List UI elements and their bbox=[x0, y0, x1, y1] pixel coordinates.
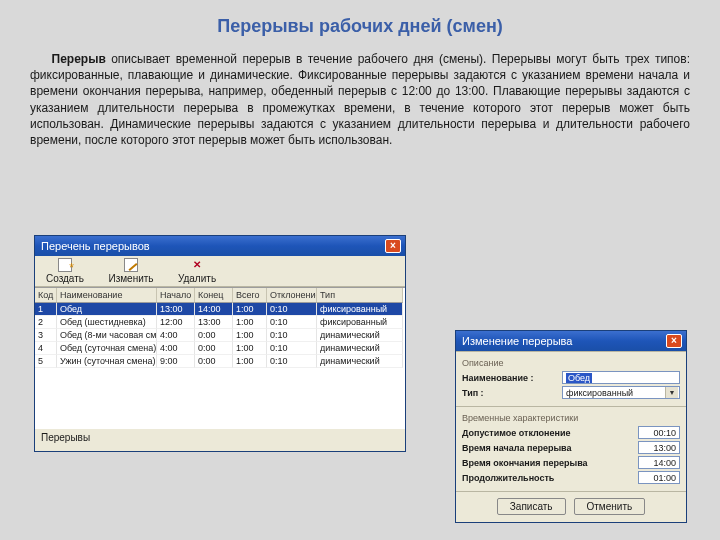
cell: 12:00 bbox=[157, 316, 195, 329]
status-bar: Перерывы bbox=[35, 428, 405, 447]
cell: Обед (суточная смена) bbox=[57, 342, 157, 355]
cell: 0:00 bbox=[195, 342, 233, 355]
group-title: Описание bbox=[462, 358, 680, 368]
cell: 0:00 bbox=[195, 355, 233, 368]
close-icon[interactable]: × bbox=[385, 239, 401, 253]
cell: 0:10 bbox=[267, 329, 317, 342]
page-title: Перерывы рабочих дней (смен) bbox=[30, 16, 690, 37]
end-field[interactable]: 14:00 bbox=[638, 456, 680, 469]
window-title: Перечень перерывов bbox=[41, 236, 150, 256]
cell: 2 bbox=[35, 316, 57, 329]
column-header[interactable]: Конец bbox=[195, 288, 233, 303]
cell: Обед (шестидневка) bbox=[57, 316, 157, 329]
create-button[interactable]: Создать bbox=[41, 258, 89, 284]
delete-label: Удалить bbox=[178, 273, 216, 284]
duration-label: Продолжительность bbox=[462, 473, 554, 483]
table-row[interactable]: 5Ужин (суточная смена)9:000:001:000:10ди… bbox=[35, 355, 405, 368]
name-label: Наименование : bbox=[462, 373, 534, 383]
create-label: Создать bbox=[46, 273, 84, 284]
cell: Обед bbox=[57, 303, 157, 316]
cell: 9:00 bbox=[157, 355, 195, 368]
cell: 0:10 bbox=[267, 303, 317, 316]
para-body: описывает временной перерыв в течение ра… bbox=[30, 52, 690, 147]
breaks-grid[interactable]: КодНаименованиеНачалоКонецВсегоОтклонени… bbox=[35, 287, 405, 428]
cell: 5 bbox=[35, 355, 57, 368]
cell: 1:00 bbox=[233, 342, 267, 355]
description-paragraph: Перерыв описывает временной перерыв в те… bbox=[30, 51, 690, 148]
cancel-button[interactable]: Отменить bbox=[574, 498, 646, 515]
cell: 0:10 bbox=[267, 316, 317, 329]
type-combo[interactable]: фиксированный ▼ bbox=[562, 386, 680, 399]
cell: Ужин (суточная смена) bbox=[57, 355, 157, 368]
column-header[interactable]: Наименование bbox=[57, 288, 157, 303]
cell: 4:00 bbox=[157, 329, 195, 342]
cell: 4 bbox=[35, 342, 57, 355]
column-header[interactable]: Отклонение bbox=[267, 288, 317, 303]
start-label: Время начала перерыва bbox=[462, 443, 572, 453]
close-icon[interactable]: × bbox=[666, 334, 682, 348]
cell: динамический bbox=[317, 355, 403, 368]
edit-break-dialog: Изменение перерыва × Описание Наименован… bbox=[455, 330, 687, 523]
table-row[interactable]: 4Обед (суточная смена)4:000:001:000:10ди… bbox=[35, 342, 405, 355]
delete-button[interactable]: ✕ Удалить bbox=[173, 258, 221, 284]
edit-button[interactable]: Изменить bbox=[107, 258, 155, 284]
cell: 13:00 bbox=[157, 303, 195, 316]
name-field[interactable]: Обед bbox=[562, 371, 680, 384]
cell: 1:00 bbox=[233, 303, 267, 316]
cell: 14:00 bbox=[195, 303, 233, 316]
column-header[interactable]: Код bbox=[35, 288, 57, 303]
cell: динамический bbox=[317, 342, 403, 355]
cell: фиксированный bbox=[317, 316, 403, 329]
table-row[interactable]: 2Обед (шестидневка)12:0013:001:000:10фик… bbox=[35, 316, 405, 329]
start-field[interactable]: 13:00 bbox=[638, 441, 680, 454]
duration-field[interactable]: 01:00 bbox=[638, 471, 680, 484]
group-time: Временные характеристики Допустимое откл… bbox=[456, 406, 686, 491]
edit-label: Изменить bbox=[108, 273, 153, 284]
group-description: Описание Наименование : Обед Тип : фикси… bbox=[456, 351, 686, 406]
para-lead: Перерыв bbox=[52, 52, 106, 66]
cell: 3 bbox=[35, 329, 57, 342]
save-button[interactable]: Записать bbox=[497, 498, 566, 515]
cell: 1:00 bbox=[233, 316, 267, 329]
column-header[interactable]: Тип bbox=[317, 288, 403, 303]
column-header[interactable]: Всего bbox=[233, 288, 267, 303]
button-row: Записать Отменить bbox=[456, 491, 686, 522]
toolbar: Создать Изменить ✕ Удалить bbox=[35, 256, 405, 287]
cell: 13:00 bbox=[195, 316, 233, 329]
grid-header: КодНаименованиеНачалоКонецВсегоОтклонени… bbox=[35, 288, 405, 303]
window-title: Изменение перерыва bbox=[462, 331, 572, 351]
cell: 1 bbox=[35, 303, 57, 316]
cell: 1:00 bbox=[233, 329, 267, 342]
deviation-field[interactable]: 00:10 bbox=[638, 426, 680, 439]
table-row[interactable]: 3Обед (8-ми часовая смена)4:000:001:000:… bbox=[35, 329, 405, 342]
cell: 0:10 bbox=[267, 342, 317, 355]
table-row[interactable]: 1Обед13:0014:001:000:10фиксированный bbox=[35, 303, 405, 316]
titlebar[interactable]: Перечень перерывов × bbox=[35, 236, 405, 256]
delete-icon: ✕ bbox=[190, 258, 204, 272]
cell: 0:00 bbox=[195, 329, 233, 342]
cell: 1:00 bbox=[233, 355, 267, 368]
new-icon bbox=[58, 258, 72, 272]
edit-icon bbox=[124, 258, 138, 272]
type-value: фиксированный bbox=[566, 388, 633, 398]
group-title: Временные характеристики bbox=[462, 413, 680, 423]
deviation-label: Допустимое отклонение bbox=[462, 428, 571, 438]
column-header[interactable]: Начало bbox=[157, 288, 195, 303]
chevron-down-icon: ▼ bbox=[665, 387, 678, 398]
end-label: Время окончания перерыва bbox=[462, 458, 588, 468]
cell: 4:00 bbox=[157, 342, 195, 355]
cell: динамический bbox=[317, 329, 403, 342]
breaks-list-window: Перечень перерывов × Создать Изменить ✕ … bbox=[34, 235, 406, 452]
cell: Обед (8-ми часовая смена) bbox=[57, 329, 157, 342]
cell: 0:10 bbox=[267, 355, 317, 368]
cell: фиксированный bbox=[317, 303, 403, 316]
type-label: Тип : bbox=[462, 388, 484, 398]
titlebar[interactable]: Изменение перерыва × bbox=[456, 331, 686, 351]
